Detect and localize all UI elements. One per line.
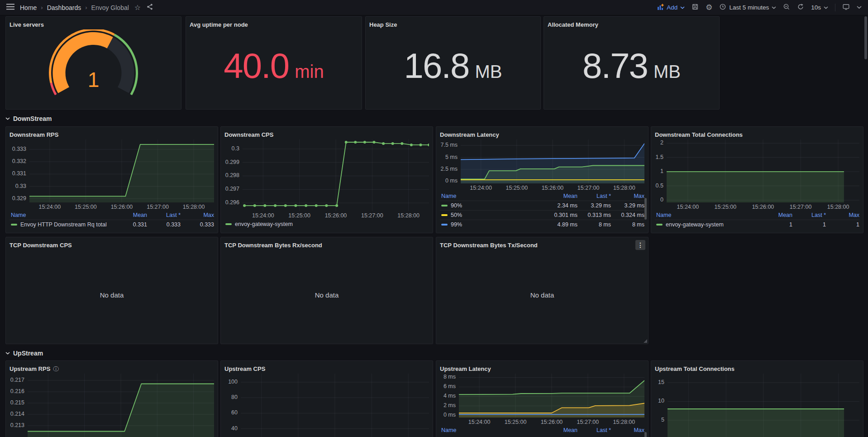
legend-rows: 90%2.34 ms3.29 ms3.29 ms50%0.301 ms0.313…: [440, 201, 644, 229]
legend-header-stat[interactable]: Mean: [114, 212, 147, 218]
y-tick-label: 2: [660, 139, 663, 146]
section-header-upstream[interactable]: UpStream: [5, 348, 43, 359]
legend-item[interactable]: envoy-gateway-system: [224, 219, 429, 229]
x-tick-label: 15:27:00: [147, 204, 169, 210]
legend-header-stat[interactable]: Max: [611, 193, 644, 199]
legend-header-stat[interactable]: Max: [181, 212, 214, 218]
chart-plot-area[interactable]: [241, 374, 429, 437]
y-tick-label: 0.5: [656, 182, 663, 189]
y-tick-label: 1.5: [656, 154, 663, 160]
panel-menu-button[interactable]: ⋮: [635, 240, 645, 250]
y-tick-label: 7.5 ms: [440, 142, 458, 148]
x-axis: 15:24:0015:25:0015:26:0015:27:0015:28:00: [440, 183, 644, 192]
section-header-downstream[interactable]: DownStream: [5, 113, 52, 124]
panel-title[interactable]: Upstream CPS: [224, 365, 429, 374]
legend-header-stat[interactable]: Mean: [759, 212, 792, 218]
chart-canvas[interactable]: [668, 374, 859, 437]
legend-header-stat[interactable]: Mean: [544, 193, 577, 199]
legend-header-stat[interactable]: Last *: [577, 193, 611, 199]
panel-title[interactable]: Downstream Total Connections: [655, 130, 859, 139]
legend-stat-value: 3.29 ms: [577, 202, 611, 209]
panel-title[interactable]: TCP Downstream Bytes Tx/Second: [440, 241, 644, 250]
panel-title[interactable]: Avg uptime per node: [190, 20, 358, 29]
panel-title[interactable]: Upstream Total Connections: [655, 365, 859, 374]
chart-plot-area[interactable]: [459, 374, 644, 418]
refresh-button[interactable]: [797, 3, 804, 12]
legend-row[interactable]: 50%0.301 ms0.313 ms0.324 ms: [440, 210, 644, 220]
panel-title[interactable]: Heap Size: [369, 20, 537, 29]
chart-canvas[interactable]: [243, 139, 429, 211]
x-tick-label: 15:25:00: [506, 185, 528, 191]
dashboard-canvas: Live servers 1 Avg uptime per node 40.0 …: [0, 15, 868, 437]
legend-header-stat[interactable]: Last *: [147, 212, 181, 218]
add-panel-icon: [657, 4, 664, 12]
chart-plot-area[interactable]: [29, 139, 214, 202]
panel-title[interactable]: Allocated Memory: [548, 20, 715, 29]
add-button[interactable]: Add: [657, 4, 685, 12]
legend-row[interactable]: envoy-gateway-system111: [655, 220, 859, 229]
panel-title[interactable]: Live servers: [10, 20, 177, 29]
y-tick-label: 4 ms: [444, 393, 456, 399]
chart-plot-area[interactable]: [243, 139, 429, 211]
info-icon[interactable]: ⓘ: [53, 365, 59, 373]
nav-expand-button[interactable]: [857, 6, 862, 9]
chevron-down-icon: [5, 117, 10, 120]
legend-header-stat[interactable]: Last *: [577, 427, 611, 433]
legend-header-stat[interactable]: Max: [826, 212, 859, 218]
series-color-swatch: [441, 214, 448, 216]
legend-scrollbar-thumb[interactable]: [644, 432, 647, 437]
chart-plot-area[interactable]: [28, 374, 214, 437]
chart-plot-area[interactable]: [461, 139, 644, 183]
breadcrumb-home[interactable]: Home: [20, 4, 37, 11]
legend-header-name[interactable]: Name: [440, 427, 544, 433]
hamburger-menu-button[interactable]: [6, 4, 14, 12]
tv-mode-button[interactable]: [842, 3, 850, 12]
legend: NameMeanLast *MaxEnvoy HTTP Downstream R…: [10, 211, 214, 229]
panel-title[interactable]: Upstream Latency: [440, 365, 644, 374]
chart-canvas[interactable]: [241, 374, 429, 437]
breadcrumb-dashboards[interactable]: Dashboards: [47, 4, 81, 11]
panel-title[interactable]: Downstream CPS: [224, 130, 429, 139]
chart-canvas[interactable]: [667, 139, 859, 202]
time-range-picker[interactable]: Last 5 minutes: [719, 3, 776, 12]
chevron-down-icon: [857, 6, 862, 9]
legend-header-stat[interactable]: Mean: [544, 427, 577, 433]
chart-canvas[interactable]: [459, 374, 644, 418]
dashboard-settings-button[interactable]: ⚙: [706, 4, 712, 11]
zoom-out-button[interactable]: [783, 3, 790, 12]
panel-title[interactable]: Upstream RPSⓘ: [10, 365, 214, 374]
legend: NameMeanLast *Max: [440, 426, 644, 437]
chart-canvas[interactable]: [461, 139, 644, 183]
favorite-button[interactable]: ☆: [134, 4, 141, 11]
legend-header-name[interactable]: Name: [440, 193, 544, 199]
y-tick-label: 2.5 ms: [440, 166, 458, 172]
chart-plot-area[interactable]: [668, 374, 859, 437]
share-button[interactable]: [146, 3, 153, 12]
x-tick-label: 15:25:00: [288, 212, 310, 219]
panel-title[interactable]: Downstream RPS: [10, 130, 214, 139]
chart-plot-area[interactable]: [667, 139, 859, 202]
legend-scrollbar-thumb[interactable]: [644, 198, 647, 220]
refresh-interval-picker[interactable]: 10s: [811, 4, 828, 11]
panel-title[interactable]: Downstream Latency: [440, 130, 644, 139]
no-data-message: No data: [224, 250, 429, 340]
legend-header-name[interactable]: Name: [10, 212, 114, 218]
legend-stat-value: 3.29 ms: [611, 202, 644, 209]
legend-row[interactable]: 99%4.89 ms8 ms8 ms: [440, 220, 644, 229]
chart-canvas[interactable]: [29, 139, 214, 202]
panel-title[interactable]: TCP Downstream CPS: [10, 241, 214, 250]
x-tick-label: 15:25:00: [505, 419, 527, 425]
legend-header-name[interactable]: Name: [655, 212, 759, 218]
y-tick-label: 10: [658, 398, 664, 404]
y-tick-label: 0.214: [10, 411, 24, 417]
y-tick-label: 0.329: [12, 195, 26, 202]
legend-row[interactable]: 90%2.34 ms3.29 ms3.29 ms: [440, 201, 644, 210]
save-dashboard-button[interactable]: [692, 3, 699, 12]
page-scrollbar-thumb[interactable]: [864, 16, 867, 59]
legend-header-stat[interactable]: Last *: [792, 212, 826, 218]
legend-header-stat[interactable]: Max: [611, 427, 644, 433]
panel-title[interactable]: TCP Downstream Bytes Rx/second: [224, 241, 429, 250]
panel-resize-handle[interactable]: [644, 339, 647, 343]
chart-canvas[interactable]: [28, 374, 214, 437]
legend-row[interactable]: Envoy HTTP Downstream Rq total0.3310.333…: [10, 220, 214, 229]
